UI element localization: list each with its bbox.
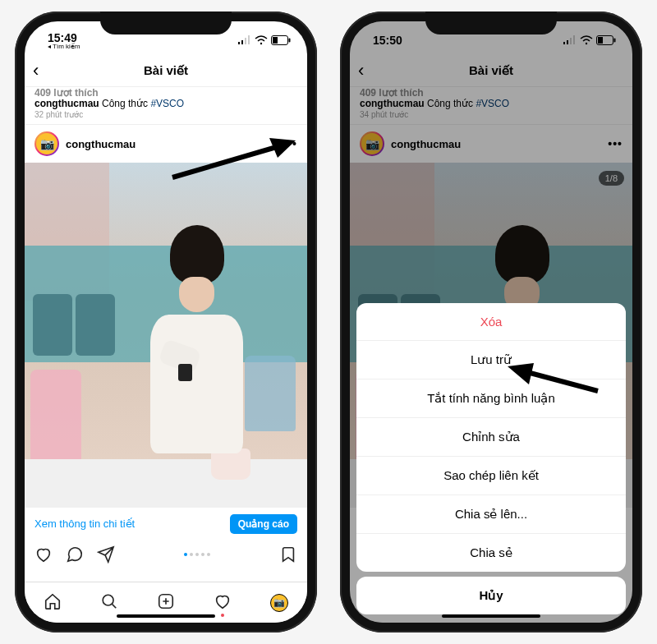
post-header: 📷 congthucmau ••• <box>25 125 307 163</box>
heart-icon[interactable] <box>34 545 53 564</box>
promo-bar: Xem thông tin chi tiết Quảng cáo <box>25 508 307 540</box>
battery-icon <box>271 35 291 45</box>
caption-username[interactable]: congthucmau <box>34 98 99 109</box>
sheet-share-to[interactable]: Chia sẻ lên... <box>356 495 626 534</box>
home-indicator[interactable] <box>442 614 540 618</box>
post-username[interactable]: congthucmau <box>66 138 136 150</box>
sheet-edit[interactable]: Chỉnh sửa <box>356 418 626 457</box>
sheet-cancel[interactable]: Hủy <box>356 577 626 614</box>
screen: 15:50 ‹ Bài viết 409 lượt thích congthuc… <box>350 21 632 623</box>
sheet-delete[interactable]: Xóa <box>356 303 626 341</box>
detail-link[interactable]: Xem thông tin chi tiết <box>34 518 135 530</box>
phone-mockup-left: 15:49 ◂ Tìm kiếm ‹ Bài viết 409 lượt thí… <box>15 12 317 632</box>
likes-count: 409 lượt thích <box>34 87 297 97</box>
caption-text: Công thức <box>102 98 150 109</box>
post-time: 32 phút trước <box>34 110 297 119</box>
svg-rect-2 <box>245 38 246 44</box>
screen: 15:49 ◂ Tìm kiếm ‹ Bài viết 409 lượt thí… <box>25 21 307 623</box>
sheet-comments-off[interactable]: Tắt tính năng bình luận <box>356 380 626 418</box>
post-actions <box>25 540 307 568</box>
svg-rect-0 <box>238 42 240 44</box>
home-indicator[interactable] <box>117 614 215 618</box>
svg-point-4 <box>260 43 262 44</box>
sheet-archive[interactable]: Lưu trữ <box>356 341 626 380</box>
caption: congthucmau Công thức #VSCO <box>34 98 297 109</box>
svg-rect-7 <box>289 39 291 43</box>
notification-dot-icon <box>221 614 224 617</box>
status-time: 15:49 ◂ Tìm kiếm <box>48 31 80 50</box>
svg-rect-6 <box>273 37 278 44</box>
bookmark-icon[interactable] <box>279 545 297 564</box>
svg-rect-1 <box>241 40 243 44</box>
comment-icon[interactable] <box>66 545 84 564</box>
home-tab[interactable] <box>44 592 62 614</box>
post-photo[interactable] <box>25 163 307 508</box>
carousel-dots <box>128 553 266 556</box>
status-subtext: ◂ Tìm kiếm <box>48 43 80 50</box>
page-header: ‹ Bài viết <box>25 54 307 87</box>
hashtag[interactable]: #VSCO <box>150 98 184 109</box>
signal-icon <box>238 35 251 45</box>
new-post-tab[interactable] <box>157 592 175 614</box>
promote-button[interactable]: Quảng cáo <box>230 514 297 534</box>
device-notch <box>425 12 557 34</box>
back-icon[interactable]: ‹ <box>33 60 39 81</box>
device-notch <box>100 12 232 34</box>
svg-point-8 <box>103 595 113 605</box>
header-title: Bài viết <box>144 63 188 78</box>
post-meta: 409 lượt thích congthucmau Công thức #VS… <box>25 87 307 125</box>
sheet-copy-link[interactable]: Sao chép liên kết <box>356 457 626 495</box>
avatar[interactable]: 📷 <box>34 131 59 156</box>
more-options-icon[interactable]: ••• <box>283 137 297 150</box>
activity-tab[interactable] <box>214 592 232 614</box>
status-icons <box>238 35 291 45</box>
search-tab[interactable] <box>100 592 118 614</box>
wifi-icon <box>255 35 268 45</box>
phone-mockup-right: 15:50 ‹ Bài viết 409 lượt thích congthuc… <box>340 12 642 632</box>
share-icon[interactable] <box>97 545 115 564</box>
sheet-share[interactable]: Chia sẻ <box>356 534 626 572</box>
svg-rect-3 <box>248 35 250 44</box>
action-sheet: Xóa Lưu trữ Tắt tính năng bình luận Chỉn… <box>356 303 626 572</box>
profile-tab[interactable]: 📷 <box>270 594 288 612</box>
